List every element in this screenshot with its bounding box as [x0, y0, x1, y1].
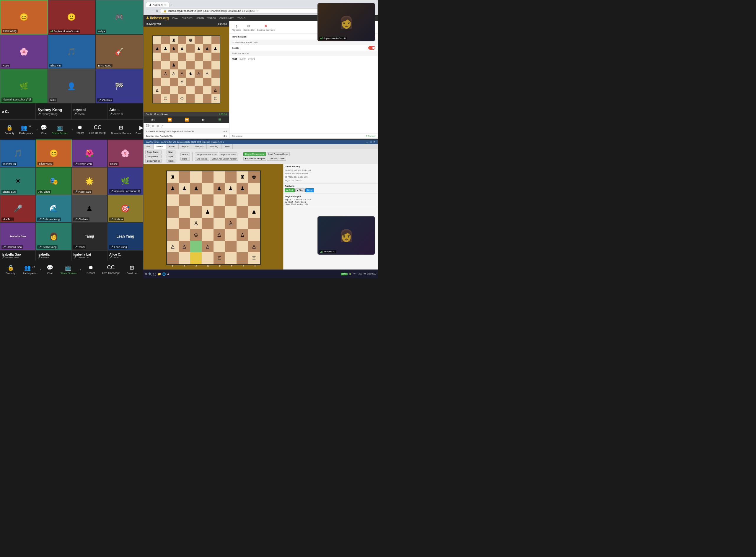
tile-hello[interactable]: 👤 hello — [48, 69, 96, 104]
replay-slow[interactable]: SLOW — [240, 58, 246, 60]
load-prev-game-btn[interactable]: Load Previous Game — [267, 152, 290, 156]
input-btn[interactable]: Input — [166, 154, 176, 158]
nav-watch[interactable]: WATCH — [207, 17, 216, 20]
tile-abi-zhou[interactable]: 🎭 Abi. Zhou — [36, 167, 71, 195]
taskbar-chess[interactable]: ♟ — [167, 272, 169, 276]
nav-tools[interactable]: TOOLS — [238, 17, 245, 20]
tile-grace-yang[interactable]: 👩 🎤 Grace Yang — [36, 223, 71, 250]
paste-game-btn[interactable]: Paste Game — [145, 150, 161, 154]
nav-puzzles[interactable]: PUZZLES — [182, 17, 193, 20]
nav-play[interactable]: PLAY — [172, 17, 178, 20]
new-btn[interactable]: New — [166, 150, 176, 154]
menu-file[interactable]: File — [144, 144, 154, 149]
participants-button-group[interactable]: 👥 19 Participants ▲ — [17, 123, 38, 136]
online-btn[interactable]: Online — [181, 152, 190, 156]
breakout-button-b[interactable]: ⊞ Breakout — [124, 263, 140, 276]
continue-tool[interactable]: ✕ Continue from here — [257, 24, 275, 31]
participants-button-group-b[interactable]: 👥 25 Participants ▲ — [20, 263, 42, 276]
record-button-group-b[interactable]: ⏺ Record — [84, 263, 97, 276]
share-screen-button-b[interactable]: 📺 Share Screen — [58, 263, 79, 276]
skip-start-button[interactable]: ⏮ — [151, 118, 155, 122]
replay-fast[interactable]: FAST — [232, 58, 237, 60]
chat-button-b[interactable]: 💬 Chat — [44, 263, 56, 276]
tile-elise-yin[interactable]: 🎵 Elise Yin — [48, 35, 96, 69]
tile-alannah-b[interactable]: 🌿 🎤 Alannah Leo Luhur 廬 — [107, 167, 143, 195]
record-button-b[interactable]: ⏺ Record — [84, 263, 97, 276]
forward-button[interactable]: → — [151, 9, 154, 13]
next-button[interactable]: ⏩ — [185, 118, 189, 122]
replay-by-cpl[interactable]: BY CPL — [248, 58, 255, 60]
menu-board[interactable]: Board — [166, 144, 178, 149]
tile-sofiya[interactable]: 🎮 sofiya — [95, 0, 143, 35]
taskbar-cortana[interactable]: ◯ — [153, 272, 156, 276]
tile-celine[interactable]: 🌸 Celine — [107, 140, 143, 167]
record-button-group[interactable]: ⏺ Record — [73, 123, 87, 136]
tile-tanqi[interactable]: Tanqi 🎤 Tanqi — [72, 223, 107, 250]
cb-deep-btn[interactable]: Deep — [305, 188, 314, 193]
default-add-btn[interactable]: Default Add Edition KButter — [210, 157, 239, 161]
end-in-stop-btn[interactable]: End In Stop — [195, 157, 209, 161]
board-editor-tool[interactable]: ✏ Board editor — [243, 24, 255, 31]
tile-hazel-guo[interactable]: 🌟 🎤 Hazel Guo — [72, 167, 107, 195]
record-button[interactable]: ⏺ Record — [73, 123, 87, 136]
participants-button[interactable]: 👥 19 Participants — [17, 123, 35, 136]
menu-training[interactable]: Training — [207, 144, 221, 149]
tile-chelsea[interactable]: 🏁 🎤 Chelsea — [95, 69, 143, 104]
skip-end-button[interactable]: ⏭ — [202, 118, 206, 122]
menu-home[interactable]: Home — [154, 144, 166, 149]
maximize-cb[interactable]: □ — [370, 141, 372, 143]
security-button-b[interactable]: 🔒 Security — [4, 263, 18, 276]
menu-view[interactable]: View — [221, 144, 233, 149]
tile-chelsea-b[interactable]: ♟ 🎤 Chelsea — [72, 195, 107, 223]
mega-db-btn[interactable]: Mega Database 2016 — [195, 152, 218, 156]
chat-button[interactable]: 💬 Chat — [38, 123, 49, 136]
load-next-game-btn[interactable]: Load Next Game — [267, 156, 286, 161]
taskbar-files[interactable]: 📁 — [157, 272, 161, 276]
tile-ellen-wang-b[interactable]: 😊 Ellen Wang — [36, 140, 71, 167]
tile-sophie-morris[interactable]: 🙂 Sophie Morris-Suzuki — [48, 0, 96, 35]
round6-tab[interactable]: ♟ Round 6 ✕ — [146, 2, 169, 7]
tile-rose[interactable]: 🌸 Rose — [0, 35, 48, 69]
tile-evelyn-zhu[interactable]: 🌺 🎤 Evelyn Zhu — [72, 140, 107, 167]
nav-community[interactable]: COMMUNITY — [219, 17, 234, 20]
nav-learn[interactable]: LEARN — [196, 17, 204, 20]
menu-report[interactable]: Report — [179, 144, 192, 149]
live-transcript-button-b[interactable]: CC Live Transcript — [100, 263, 122, 276]
copy-game-btn[interactable]: Copy Game — [145, 154, 161, 158]
tile-leah-yang[interactable]: Leah Yang 🎤 Leah Yang — [107, 223, 143, 250]
breakout-rooms-button[interactable]: ⊞ Breakout Rooms — [109, 123, 133, 136]
hard-btn[interactable]: Hard — [181, 157, 190, 161]
tile-ellen-wang[interactable]: 😊 Ellen Wang — [0, 0, 48, 35]
cb-start-btn[interactable]: ▶ Start — [285, 188, 295, 193]
security-button[interactable]: 🔒 Security — [2, 123, 17, 136]
copy-position-btn[interactable]: Copy Position — [145, 159, 161, 163]
live-transcript-button[interactable]: CC Live Transcript — [87, 123, 109, 136]
cb-stop-btn[interactable]: ■ Stop — [295, 188, 305, 193]
chat-icon[interactable]: 💬 — [146, 124, 150, 127]
tile-joshua[interactable]: 🎯 🎤 Joshua — [107, 195, 143, 223]
repertoire-btn[interactable]: Repertoire Ware — [219, 152, 238, 156]
enable-toggle[interactable] — [368, 46, 375, 50]
game-list-item1[interactable]: Jennifer Yu - Rochelle Wu 0:1 — [144, 134, 229, 139]
share-screen-button[interactable]: 📺 Share Screen — [49, 123, 70, 136]
tile-isabella-gao[interactable]: Isabella Gao 🎤 Isabella Gao — [0, 223, 36, 250]
new-tab-button[interactable]: + — [171, 2, 173, 7]
minimize-cb[interactable]: — — [366, 141, 368, 143]
prev-button[interactable]: ⏪ — [167, 118, 172, 122]
taskbar-chrome[interactable]: 🌐 — [162, 272, 166, 276]
taskbar-search[interactable]: 🔍 — [148, 272, 152, 276]
taskbar-start[interactable]: ⊞ — [145, 273, 147, 275]
menu-analysis[interactable]: Analysis — [192, 144, 207, 149]
tile-zheng-sun[interactable]: ☀ Zheng Sun — [0, 167, 36, 195]
participants-button-b[interactable]: 👥 25 Participants — [20, 263, 39, 276]
engine-mgmt-btn[interactable]: Engine Management — [243, 152, 266, 156]
tile-erica-rong[interactable]: 🎸 Erica Rong — [95, 35, 143, 69]
close-cb[interactable]: ✕ — [373, 141, 375, 143]
share-screen-button-group[interactable]: 📺 Share Screen ▲ — [49, 123, 73, 136]
tile-caimee-yang[interactable]: 🌊 🎤 C-Aimee Yang — [36, 195, 71, 223]
menu-green-button[interactable]: ☰ — [218, 118, 221, 122]
tile-jennifer-yu[interactable]: 🎵 Jennifer Yu — [0, 140, 36, 167]
mode-btn[interactable]: Mode — [166, 159, 176, 163]
tile-alannah[interactable]: 🌿 Alannah Leo Luhur 卢汉 — [0, 69, 48, 104]
tile-idia[interactable]: 🎤 Idia Ta... — [0, 195, 36, 223]
